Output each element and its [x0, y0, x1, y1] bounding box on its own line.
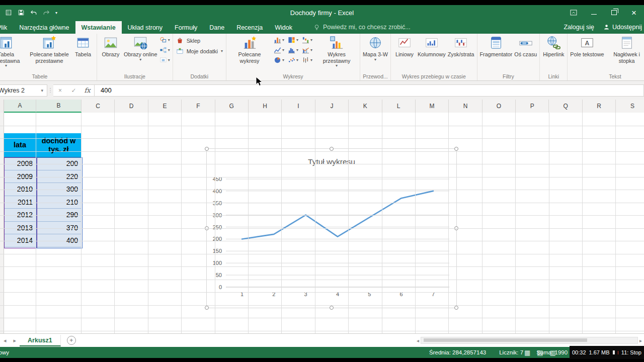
column-chart-button[interactable]: ▾: [274, 36, 284, 44]
column-header-J[interactable]: J: [315, 100, 349, 113]
histogram-chart-button[interactable]: ▾: [288, 46, 298, 54]
column-header-L[interactable]: L: [382, 100, 416, 113]
selection-handle[interactable]: [454, 147, 458, 151]
column-header-G[interactable]: G: [215, 100, 249, 113]
restore-button[interactable]: [604, 5, 624, 20]
column-header-P[interactable]: P: [516, 100, 549, 113]
scrollbar-track[interactable]: [421, 337, 638, 344]
stop-icon[interactable]: [618, 351, 618, 354]
tell-me-box[interactable]: Powiedz mi, co chcesz zrobić...: [313, 24, 411, 34]
column-header-F[interactable]: F: [182, 100, 215, 113]
insert-function-icon[interactable]: fx: [80, 86, 94, 94]
obrazy-online-button[interactable]: Obrazy online▾: [123, 34, 158, 61]
column-header-M[interactable]: M: [416, 100, 449, 113]
column-header-I[interactable]: I: [282, 100, 315, 113]
column-header-B[interactable]: B: [36, 100, 82, 113]
mapa-3-w-button[interactable]: Mapa 3-W▾: [362, 34, 389, 61]
screenshot-button[interactable]: ▾: [159, 56, 170, 64]
column-header-E[interactable]: E: [148, 100, 182, 113]
shapes-button[interactable]: ▾: [159, 36, 170, 44]
tab-widok[interactable]: Widok: [269, 21, 298, 34]
column-header-R[interactable]: R: [583, 100, 616, 113]
name-box[interactable]: Wykres 2 ▾: [0, 84, 47, 97]
waterfall-chart-button[interactable]: ▾: [302, 36, 312, 44]
polecane-tabele-przestawne-button[interactable]: Polecane tabele przestawne: [28, 34, 71, 64]
sheet-tab-arkusz1[interactable]: Arkusz1: [20, 335, 61, 346]
tab-narzędzia-główne[interactable]: Narzędzia główne: [13, 21, 75, 34]
selection-handle[interactable]: [454, 306, 458, 310]
close-button[interactable]: ×: [624, 5, 644, 20]
column-header-Q[interactable]: Q: [549, 100, 582, 113]
undo-icon[interactable]: [30, 9, 37, 16]
tab-dane[interactable]: Dane: [203, 21, 230, 34]
page-break-preview-button[interactable]: ▥: [550, 349, 556, 356]
column-header-O[interactable]: O: [482, 100, 516, 113]
column-header-D[interactable]: D: [115, 100, 148, 113]
hiperlink-button[interactable]: Hiperlink: [541, 34, 566, 58]
tab-wstawianie[interactable]: Wstawianie: [75, 21, 122, 34]
selection-handle[interactable]: [330, 147, 334, 151]
moje-dodatki-button[interactable]: Moje dodatki▾: [176, 47, 223, 55]
enter-formula-icon[interactable]: ✓: [67, 87, 80, 94]
column-header-A[interactable]: A: [4, 100, 36, 113]
redo-icon[interactable]: [43, 9, 50, 16]
sign-in-link[interactable]: Zaloguj się: [564, 24, 594, 31]
gridline: [215, 113, 215, 333]
tab-układ-strony[interactable]: Układ strony: [122, 21, 169, 34]
treemap-chart-button[interactable]: ▾: [288, 36, 298, 44]
cancel-formula-icon[interactable]: ×: [53, 87, 67, 94]
sheet-nav-right-icon[interactable]: ▸: [10, 337, 20, 344]
selection-handle[interactable]: [330, 306, 334, 310]
tabela-button[interactable]: Tabela: [71, 34, 95, 58]
combo-chart-button[interactable]: ▾: [302, 46, 312, 54]
smartart-button[interactable]: ▾: [159, 46, 170, 54]
column-header-S[interactable]: S: [616, 100, 644, 113]
gridline: [0, 241, 644, 241]
column-header-N[interactable]: N: [449, 100, 482, 113]
name-box-dropdown-icon[interactable]: ▾: [37, 88, 47, 93]
stock-chart-button[interactable]: ▾: [302, 56, 312, 64]
column-header-H[interactable]: H: [249, 100, 282, 113]
horizontal-scrollbar[interactable]: ◂ ▸: [417, 337, 644, 344]
kolumnowy-button[interactable]: Kolumnowy: [417, 34, 447, 58]
scrollbar-thumb[interactable]: [424, 338, 587, 342]
customize-quick-access-icon[interactable]: ▾: [55, 11, 57, 15]
table-header-lata[interactable]: lata: [4, 133, 36, 157]
select-all-corner[interactable]: [0, 100, 4, 113]
pole-tekstowe-button[interactable]: Pole tekstowe: [569, 34, 605, 58]
tab-recenzja[interactable]: Recenzja: [230, 21, 269, 34]
pause-icon[interactable]: [613, 350, 615, 354]
line-chart-button[interactable]: ▾: [274, 46, 284, 54]
formula-input[interactable]: 400: [95, 84, 644, 97]
nagłówek-i-stopka-button[interactable]: Nagłówek i stopka: [605, 34, 644, 64]
tabela-przestawna-button[interactable]: Tabela przestawna▾: [0, 34, 28, 67]
table-header-dochod[interactable]: dochód w tys. zł: [36, 133, 82, 157]
normal-view-button[interactable]: ▦: [524, 349, 530, 356]
column-header-C[interactable]: C: [82, 100, 115, 113]
share-button[interactable]: Udostępnij: [603, 24, 642, 31]
tab-plik[interactable]: Plik: [0, 21, 13, 34]
selection-handle[interactable]: [205, 306, 209, 310]
liniowy-button[interactable]: Liniowy: [392, 34, 417, 58]
pie-chart-button[interactable]: ▾: [274, 56, 284, 64]
selection-handle[interactable]: [205, 147, 209, 151]
new-sheet-button[interactable]: +: [67, 336, 76, 345]
scroll-right-icon[interactable]: ▸: [639, 338, 642, 343]
ribbon-display-options-button[interactable]: [564, 5, 584, 20]
sheet-nav-left-icon[interactable]: ◂: [0, 337, 10, 344]
page-layout-button[interactable]: ▤: [537, 349, 543, 356]
save-icon[interactable]: [18, 9, 25, 16]
tab-formuły[interactable]: Formuły: [169, 21, 203, 34]
scatter-chart-button[interactable]: ▾: [288, 56, 298, 64]
wykres-przestawny-button[interactable]: Wykres przestawny▾: [315, 34, 358, 67]
scroll-left-icon[interactable]: ◂: [417, 338, 419, 343]
sheet-grid[interactable]: latadochód w tys. zł20082002009220201030…: [0, 113, 644, 333]
column-header-K[interactable]: K: [349, 100, 382, 113]
fragmentator-button[interactable]: Fragmentator: [479, 34, 514, 58]
sklep-button[interactable]: Sklep: [176, 37, 223, 44]
minimize-button[interactable]: [584, 5, 604, 20]
oś-czasu-button[interactable]: Oś czasu: [513, 34, 538, 58]
zysk-strata-button[interactable]: Zysk/strata: [447, 34, 475, 58]
polecane-wykresy-button[interactable]: Polecane wykresy: [228, 34, 271, 64]
obrazy-button[interactable]: Obrazy: [99, 34, 123, 58]
